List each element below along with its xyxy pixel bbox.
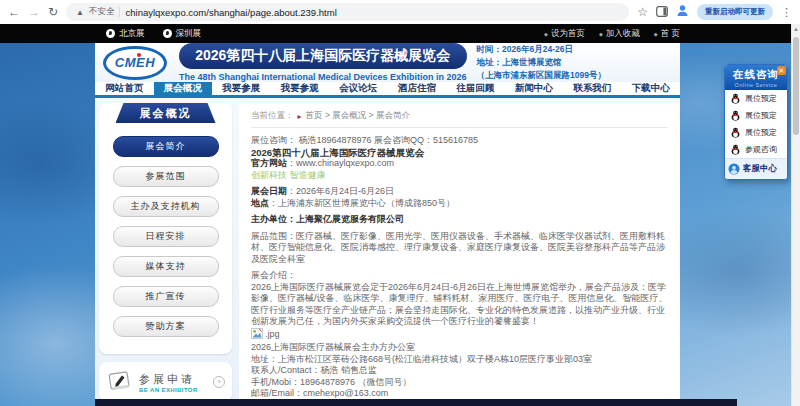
service-center[interactable]: 客服中心 bbox=[725, 158, 787, 179]
qq-penguin-icon bbox=[730, 144, 741, 155]
online-service-panel: 在线咨询 Online Service ✕ 展位预定 展位预定 展位预定 参观咨… bbox=[724, 64, 788, 180]
forward-icon[interactable]: → bbox=[28, 6, 40, 18]
location-pin-icon bbox=[163, 29, 172, 38]
site-utility-links: ◆ 设为首页 ◆ 加入收藏 ◆ 首 页 bbox=[544, 28, 680, 40]
nav-visit[interactable]: 我要参观 bbox=[271, 82, 330, 95]
nav-forum[interactable]: 会议论坛 bbox=[329, 82, 388, 95]
sidebar: 展会概况 展会简介 参展范围 主办及支持机构 日程安排 媒体支持 推广宣传 赞助… bbox=[99, 103, 232, 406]
date-label: 展会日期 bbox=[251, 186, 287, 196]
venue-label: 地点 bbox=[251, 198, 269, 208]
intro-label: 展会介绍： bbox=[251, 270, 668, 282]
screen: ← → ↻ ▲ 不安全 chinaylqxexpo.com/shanghai/p… bbox=[0, 0, 800, 406]
scope-paragraph: 展品范围：医疗器械、医疗影像、医用光学、医用仪器设备、手术器械、临床医学仪器试剂… bbox=[251, 231, 668, 266]
exhibitor-apply-card[interactable]: 参展申请 BE AN EXHIBITOR › bbox=[99, 362, 232, 402]
venue-value: ：上海浦东新区世博展览中心（博成路850号） bbox=[269, 198, 455, 208]
url-divider bbox=[119, 7, 120, 17]
city-links: 北京展 深圳展 bbox=[106, 28, 201, 40]
page-title: 2026第四十八届上海国际医疗器械展览会 bbox=[179, 43, 467, 69]
email-line: 邮箱/Email：cmehexpo@163.com bbox=[251, 388, 668, 400]
security-label: 不安全 bbox=[89, 6, 115, 18]
chat-item-label: 展位预定 bbox=[745, 110, 777, 121]
website-line: 官方网站：www.chinaylqxexpo.com bbox=[251, 158, 668, 170]
expo-title-line: 2026第四十八届上海国际医疗器械展览会 bbox=[251, 147, 668, 159]
website-link[interactable]: ：www.chinaylqxexpo.com bbox=[287, 158, 394, 168]
side-panel-icon[interactable] bbox=[656, 3, 668, 21]
chat-subtitle: Online Service bbox=[725, 82, 787, 88]
back-icon[interactable]: ← bbox=[8, 6, 20, 18]
page-background: CMEH 2026第四十八届上海国际医疗器械展览会 The 48th Shang… bbox=[0, 43, 800, 406]
restart-update-button[interactable]: 重新启动即可更新 bbox=[697, 4, 773, 20]
chat-item-booth-3[interactable]: 展位预定 bbox=[725, 124, 787, 141]
link-add-favorite[interactable]: ◆ 加入收藏 bbox=[599, 28, 640, 40]
location-pin-icon bbox=[106, 29, 115, 38]
chat-item-visit[interactable]: 参观咨询 bbox=[725, 141, 787, 158]
nav-review[interactable]: 往届回顾 bbox=[446, 82, 505, 95]
chat-item-label: 参观咨询 bbox=[745, 144, 777, 155]
main-area: 展会概况 展会简介 参展范围 主办及支持机构 日程安排 媒体支持 推广宣传 赞助… bbox=[95, 98, 680, 406]
chevron-right-icon[interactable]: › bbox=[213, 376, 225, 388]
sidebar-menu: 展会概况 展会简介 参展范围 主办及支持机构 日程安排 媒体支持 推广宣传 赞助… bbox=[99, 103, 232, 354]
card-subtitle: BE AN EXHIBITOR bbox=[139, 387, 198, 393]
menu-dots-icon[interactable]: ⋮ bbox=[781, 6, 792, 19]
link-label: 加入收藏 bbox=[606, 28, 640, 40]
chat-item-booth-1[interactable]: 展位预定 bbox=[725, 90, 787, 107]
sidebar-item-organizers[interactable]: 主办及支持机构 bbox=[113, 196, 219, 217]
date-line: 展会日期：2026年6月24日-6月26日 bbox=[251, 186, 668, 198]
warning-icon: ▲ bbox=[76, 8, 84, 17]
star-icon[interactable]: ☆ bbox=[637, 6, 648, 18]
image-filename: .jpg bbox=[265, 329, 280, 341]
office-line: 2026上海国际医疗器械展会主办方办公室 bbox=[251, 342, 668, 354]
url-text: chinaylqxexpo.com/shanghai/page.about.23… bbox=[125, 7, 336, 18]
intro-paragraph: 2026上海国际医疗器械展览会定于2026年6月24日-6月26日在上海世博展览… bbox=[251, 282, 668, 328]
mobile-line: 手机/Mobi：18964878976 （微信同号） bbox=[251, 377, 668, 389]
qq-penguin-icon bbox=[730, 93, 741, 104]
browser-toolbar: ← → ↻ ▲ 不安全 chinaylqxexpo.com/shanghai/p… bbox=[0, 0, 800, 24]
nav-contact[interactable]: 联系我们 bbox=[563, 82, 622, 95]
chat-item-label: 展位预定 bbox=[745, 127, 777, 138]
logo-accent bbox=[137, 53, 141, 57]
page-column: CMEH 2026第四十八届上海国际医疗器械展览会 The 48th Shang… bbox=[95, 43, 680, 406]
organizer-line: 主办单位：上海聚亿展览服务有限公司 bbox=[251, 214, 668, 226]
nav-hotel[interactable]: 酒店住宿 bbox=[388, 82, 447, 95]
chat-header: 在线咨询 Online Service ✕ bbox=[725, 65, 787, 90]
contact-line: 联系人/Contact：杨浩 销售总监 bbox=[251, 365, 668, 377]
nav-news[interactable]: 新闻中心 bbox=[505, 82, 564, 95]
sidebar-item-intro[interactable]: 展会简介 bbox=[113, 136, 219, 157]
reload-icon[interactable]: ↻ bbox=[48, 6, 58, 18]
scrollbar[interactable]: ▲ bbox=[791, 24, 800, 406]
close-icon[interactable]: ✕ bbox=[777, 66, 786, 75]
link-label: 首 页 bbox=[661, 28, 680, 40]
sidebar-item-sponsor[interactable]: 赞助方案 bbox=[113, 316, 219, 337]
cmeh-logo[interactable]: CMEH bbox=[103, 46, 167, 80]
url-bar[interactable]: ▲ 不安全 chinaylqxexpo.com/shanghai/page.ab… bbox=[66, 3, 629, 21]
date-value: ：2026年6月24日-6月26日 bbox=[287, 186, 394, 196]
slogan-line: 创新科技 智造健康 bbox=[251, 170, 668, 182]
chat-item-booth-2[interactable]: 展位预定 bbox=[725, 107, 787, 124]
link-set-homepage[interactable]: ◆ 设为首页 bbox=[544, 28, 585, 40]
footer-bar bbox=[95, 399, 737, 406]
event-time: 时间：2026年6月24-26日 bbox=[477, 43, 606, 56]
card-texts: 参展申请 BE AN EXHIBITOR bbox=[139, 372, 198, 393]
image-placeholder-line: .jpg bbox=[251, 328, 668, 343]
sidebar-item-schedule[interactable]: 日程安排 bbox=[113, 226, 219, 247]
link-label: 北京展 bbox=[119, 28, 145, 40]
bullet-icon: ◆ bbox=[544, 31, 548, 37]
nav-exhibit[interactable]: 我要参展 bbox=[212, 82, 271, 95]
nav-overview[interactable]: 展会概况 bbox=[154, 82, 213, 95]
nav-home[interactable]: 网站首页 bbox=[95, 82, 154, 95]
event-info: 时间：2026年6月24-26日 地址：上海世博展览馆 （上海市浦东新区国展路1… bbox=[477, 43, 606, 82]
sidebar-item-promotion[interactable]: 推广宣传 bbox=[113, 286, 219, 307]
profile-icon[interactable] bbox=[676, 3, 689, 21]
link-home[interactable]: ◆ 首 页 bbox=[654, 28, 680, 40]
link-beijing[interactable]: 北京展 bbox=[106, 28, 145, 40]
chat-item-label: 展位预定 bbox=[745, 93, 777, 104]
link-shenzhen[interactable]: 深圳展 bbox=[163, 28, 202, 40]
scrollbar-up-icon[interactable]: ▲ bbox=[792, 24, 800, 35]
sidebar-item-media[interactable]: 媒体支持 bbox=[113, 256, 219, 277]
sidebar-item-scope[interactable]: 参展范围 bbox=[113, 166, 219, 187]
nav-download[interactable]: 下载中心 bbox=[622, 82, 681, 95]
scrollbar-thumb[interactable] bbox=[793, 37, 799, 135]
consult-line: 展位咨询： 杨浩18964878976 展会咨询QQ：515616785 bbox=[251, 135, 668, 147]
bullet-icon: ◆ bbox=[654, 31, 658, 37]
breadcrumb-path[interactable]: 首页 > 展会概况 > 展会简介 bbox=[306, 110, 410, 122]
